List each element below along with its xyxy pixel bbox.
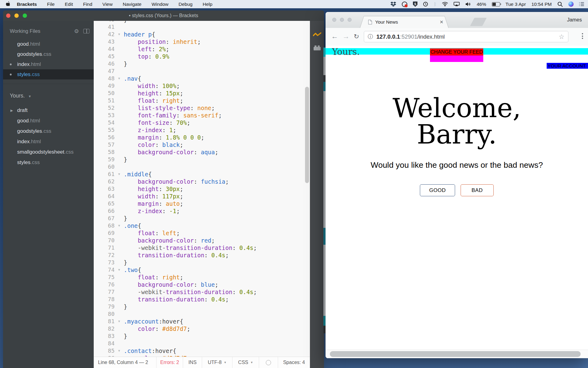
menu-file[interactable]: File (47, 2, 55, 7)
siri-icon[interactable] (568, 2, 574, 7)
bookmark-star-icon[interactable]: ☆ (559, 33, 564, 40)
profile-name[interactable]: James (567, 17, 582, 23)
change-feed-button[interactable]: CHANGE YOUR FEED (430, 48, 483, 56)
reload-button[interactable]: ↻ (354, 33, 359, 40)
menu-edit[interactable]: Edit (65, 2, 73, 7)
code-text: color: black; (124, 141, 183, 148)
insert-mode-toggle[interactable]: INS (183, 357, 202, 368)
menu-bar: BracketsFileEditFindViewNavigateWindowDe… (0, 0, 588, 8)
change-feed-widget[interactable]: CHANGE YOUR FEED (430, 48, 483, 62)
fold-arrow-icon[interactable]: ▼ (115, 31, 124, 38)
fold-arrow-icon[interactable]: ▼ (115, 318, 124, 325)
code-text: position: inherit; (124, 38, 201, 45)
working-file-goodstyles.css[interactable]: goodstyles.css (3, 49, 94, 59)
project-item-good.html[interactable]: good.html (3, 116, 94, 126)
fold-arrow-icon[interactable]: ▼ (115, 222, 124, 229)
code-line-54: 54 font-size: 70%; (94, 119, 310, 126)
project-item-draft[interactable]: ▶draft (3, 105, 94, 116)
spotlight-icon[interactable] (557, 2, 563, 7)
fold-gutter (115, 67, 124, 75)
back-button[interactable]: ← (331, 32, 338, 40)
errors-indicator[interactable]: Errors: 2 (156, 357, 183, 368)
sophos-shield-icon[interactable]: S (413, 2, 417, 7)
zoom-button[interactable] (348, 18, 352, 22)
airplay-icon[interactable] (454, 2, 460, 6)
brackets-title-bar[interactable]: • styles.css (Yours.) — Brackets (3, 10, 324, 21)
fold-gutter (115, 237, 124, 244)
close-button[interactable] (332, 18, 336, 22)
time-machine-icon[interactable] (423, 2, 428, 7)
menu-date[interactable]: Tue 3 Apr (506, 2, 526, 7)
split-view-icon[interactable] (83, 29, 89, 33)
project-item-smallgoodstylesheet.css[interactable]: smallgoodstylesheet.css (3, 147, 94, 157)
code-line-70: 70 background-color: red; (94, 237, 310, 244)
bad-button[interactable]: BAD (461, 184, 494, 196)
lint-circle-icon (266, 360, 271, 365)
project-dropdown[interactable]: Yours. ▼ (3, 88, 94, 103)
menu-navigate[interactable]: Navigate (123, 2, 141, 7)
tab-your-news[interactable]: Your News ✕ (360, 16, 449, 28)
menu-view[interactable]: View (102, 2, 112, 7)
code-editor[interactable]: 40}4142▼header p{43 position: inherit;44… (94, 21, 310, 368)
live-preview-icon[interactable] (313, 32, 321, 37)
notification-list-icon[interactable] (579, 2, 584, 7)
code-text: width: 100%; (124, 82, 180, 90)
minimize-button[interactable] (340, 18, 344, 22)
line-number: 61 (94, 171, 115, 178)
language-dropdown[interactable]: CSS▼ (232, 357, 259, 368)
chevron-down-icon: ▼ (224, 361, 227, 364)
horizontal-scrollbar (326, 350, 588, 358)
working-file-good.html[interactable]: good.html (3, 39, 94, 49)
good-button[interactable]: GOOD (420, 184, 455, 196)
menu-debug[interactable]: Debug (179, 2, 193, 7)
close-button[interactable] (6, 13, 10, 18)
volume-icon[interactable] (465, 2, 471, 6)
fold-arrow-icon[interactable]: ▼ (115, 75, 124, 82)
fold-gutter (115, 185, 124, 193)
close-tab-icon[interactable]: ✕ (439, 19, 443, 25)
folder-arrow-icon[interactable]: ▶ (10, 105, 13, 116)
zoom-button[interactable] (23, 13, 27, 18)
code-text: top: 0.9% (124, 53, 169, 60)
menu-help[interactable]: Help (203, 2, 213, 7)
menu-window[interactable]: Window (152, 2, 168, 7)
working-file-styles.css[interactable]: styles.css (3, 69, 94, 79)
forward-button[interactable]: → (342, 32, 349, 40)
bluetooth-icon[interactable]: ᛒ (434, 2, 436, 7)
code-line-80: 80 (94, 310, 310, 318)
extension-manager-icon[interactable] (313, 45, 321, 51)
project-item-index.html[interactable]: index.html (3, 136, 94, 147)
menu-find[interactable]: Find (83, 2, 92, 7)
screen-record-icon[interactable] (402, 2, 407, 7)
menu-time[interactable]: 10:54 PM (531, 2, 552, 7)
gear-icon[interactable]: ⚙ (74, 29, 79, 34)
fold-gutter (115, 60, 124, 67)
code-line-41: 41 (94, 23, 310, 31)
editor-scrollbar-thumb[interactable] (305, 87, 309, 183)
fold-arrow-icon[interactable]: ▼ (115, 171, 124, 178)
wifi-icon[interactable] (442, 2, 448, 6)
dropbox-icon[interactable] (390, 2, 396, 7)
new-tab-button[interactable] (470, 18, 487, 26)
project-item-styles.css[interactable]: styles.css (3, 157, 94, 168)
project-item-goodstyles.css[interactable]: goodstyles.css (3, 126, 94, 136)
fold-gutter (115, 296, 124, 303)
fold-arrow-icon[interactable]: ▼ (115, 266, 124, 274)
working-file-index.html[interactable]: index.html (3, 59, 94, 69)
horizontal-scrollbar-thumb[interactable] (330, 351, 581, 357)
indent-setting[interactable]: Spaces: 4 (278, 357, 310, 368)
line-number: 55 (94, 126, 115, 134)
encoding-dropdown[interactable]: UTF-8▼ (202, 357, 232, 368)
apple-menu[interactable] (0, 1, 17, 7)
address-bar[interactable]: ⓘ 127.0.0.1:52901/index.html ☆ (364, 31, 568, 42)
code-text: } (124, 215, 127, 222)
your-account-button[interactable]: YOUR ACCOUNT (547, 63, 588, 69)
fold-arrow-icon[interactable]: ▼ (115, 347, 124, 355)
menu-brackets[interactable]: Brackets (17, 2, 37, 7)
minimize-button[interactable] (14, 13, 19, 18)
page-info-icon[interactable]: ⓘ (368, 33, 373, 40)
line-number: 48 (94, 75, 115, 82)
browser-menu-icon[interactable] (582, 33, 583, 39)
lint-status[interactable] (259, 357, 278, 368)
code-line-83: 83} (94, 332, 310, 340)
